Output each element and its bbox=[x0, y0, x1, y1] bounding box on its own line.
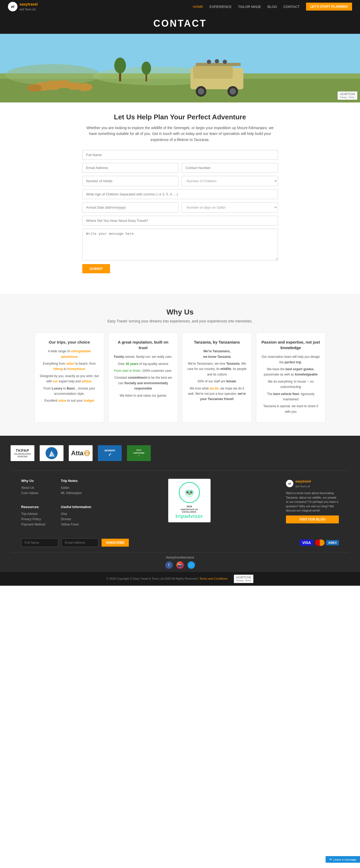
partner-mountain bbox=[40, 445, 63, 461]
why-us-heading: Why Us bbox=[5, 308, 355, 316]
visa-logo: VISA bbox=[300, 539, 314, 546]
page-title: CONTACT bbox=[5, 18, 355, 29]
footer-kilimanjaro[interactable]: Mt. Kilimanjaro bbox=[61, 491, 92, 495]
newsletter-email-input[interactable] bbox=[61, 538, 99, 547]
message-textarea[interactable] bbox=[82, 229, 278, 260]
why-p2: Everything from safari to beach, from hi… bbox=[40, 361, 99, 372]
nav-links: HOME EXPERIENCE TAILOR MADE BLOG CONTACT… bbox=[193, 3, 352, 10]
partner-cert: MEMBER ✓ bbox=[98, 445, 122, 461]
amex-logo: AMEX bbox=[326, 540, 339, 545]
why-card-trips: Our trips, your choice A wide range of u… bbox=[35, 333, 104, 423]
ta-brand: tripadvisor bbox=[172, 514, 206, 519]
children-ages-input[interactable] bbox=[82, 189, 278, 199]
form-row-children-ages bbox=[82, 189, 278, 199]
lets-start-planning-button[interactable]: LET'S START PLANNING bbox=[306, 3, 352, 10]
footer-about-us[interactable]: About Us bbox=[21, 486, 53, 490]
why-card-reputation: A great reputation, built on trust Famil… bbox=[108, 333, 178, 423]
footer-visa[interactable]: Visa bbox=[61, 512, 92, 516]
full-name-input[interactable] bbox=[82, 150, 278, 160]
footer-safari[interactable]: Safari bbox=[61, 486, 92, 490]
why-card-passion: Passion and expertise, not just knowledg… bbox=[256, 333, 326, 423]
why-p1: A wide range of unforgettable adventures bbox=[40, 348, 99, 360]
nav-home[interactable]: HOME bbox=[193, 5, 203, 9]
nav-blog[interactable]: BLOG bbox=[268, 5, 277, 9]
contact-heading: Let Us Help Plan Your Perfect Adventure bbox=[82, 113, 278, 121]
tripadvisor-owl-icon bbox=[183, 486, 196, 499]
svg-rect-12 bbox=[193, 65, 233, 79]
partner-green-cert: ECO CERTIFIED 🌿 bbox=[127, 445, 151, 461]
logo-icon: et bbox=[8, 2, 18, 11]
footer-blurb: Want to know more about fascinating Tanz… bbox=[286, 491, 339, 513]
nav-tailor-made[interactable]: TAILOR MADE bbox=[238, 5, 261, 9]
form-row-adults-children: Number of Children 0 1 2 3 4 bbox=[82, 176, 278, 186]
svg-point-19 bbox=[215, 59, 219, 63]
svg-point-9 bbox=[27, 84, 42, 92]
why-p2-4: Constant commitment to be the best we ca… bbox=[113, 375, 173, 391]
footer-trip-advisor[interactable]: Trip Advisor bbox=[21, 512, 53, 516]
why-p3-1: We're Tanzanians,we know Tanzania bbox=[187, 348, 247, 360]
terms-link[interactable]: Terms and Conditions bbox=[199, 577, 227, 580]
contact-description: Whether you are looking to explore the w… bbox=[82, 125, 278, 143]
svg-point-22 bbox=[114, 58, 126, 73]
footer-core-values[interactable]: Core Values bbox=[21, 491, 53, 495]
email-input[interactable] bbox=[82, 163, 178, 173]
svg-point-24 bbox=[141, 62, 151, 75]
copyright-text: © 2020 Copyright © Easy Travel & Tours L… bbox=[107, 577, 199, 580]
svg-point-35 bbox=[191, 492, 192, 493]
ta-year: 2019 bbox=[172, 505, 206, 508]
hero-svg bbox=[0, 34, 360, 102]
why-p3-2: We're Tanzanians, we love Tanzania. We c… bbox=[187, 361, 247, 377]
visit-blog-button[interactable]: VISIT OUR BLOG bbox=[286, 516, 339, 523]
why-p5: Excellent value to suit your budget bbox=[40, 398, 99, 403]
adults-input[interactable] bbox=[82, 176, 178, 186]
submit-button[interactable]: SUBMIT bbox=[82, 264, 110, 273]
payment-logos: VISA AMEX bbox=[300, 539, 339, 546]
contact-number-input[interactable] bbox=[182, 163, 278, 173]
nav-experience[interactable]: EXPERIENCE bbox=[210, 5, 232, 9]
footer-payment-method[interactable]: Payment Method bbox=[21, 523, 53, 526]
newsletter-name-input[interactable] bbox=[21, 538, 58, 547]
why-p4-2: We have the best expert guides, passiona… bbox=[261, 367, 321, 377]
form-row-fullname bbox=[82, 150, 278, 160]
heard-about-input[interactable] bbox=[82, 216, 278, 225]
social-icons: f 📷 🐦 bbox=[14, 561, 346, 569]
svg-point-16 bbox=[229, 88, 236, 95]
svg-point-36 bbox=[188, 494, 190, 495]
why-card-4-title: Passion and expertise, not just knowledg… bbox=[261, 339, 321, 350]
footer-privacy-policy[interactable]: Privacy Policy bbox=[21, 517, 53, 521]
partner-atta: Atta bbox=[69, 445, 92, 461]
tripadvisor-badge: 2019 CERTIFICATE OFEXCELLENCE tripadviso… bbox=[168, 479, 211, 522]
mastercard-logo bbox=[315, 539, 325, 546]
contact-form-section: Let Us Help Plan Your Perfect Adventure … bbox=[77, 102, 283, 284]
why-p4-1: Our reservation team will help you desig… bbox=[261, 354, 321, 365]
footer-drones[interactable]: Drones bbox=[61, 517, 92, 521]
why-us-section: Why Us Easy Travel: turning your dreams … bbox=[0, 295, 360, 436]
instagram-icon[interactable]: 📷 bbox=[176, 561, 184, 569]
hashtag: #easytraveltanzania bbox=[14, 556, 346, 559]
footer-content: Why Us About Us Core Values Resources Tr… bbox=[10, 471, 350, 536]
arrival-date-input[interactable] bbox=[82, 202, 178, 213]
form-row-message bbox=[82, 229, 278, 260]
why-p3: Designed by you, exactly as you wish, bu… bbox=[40, 373, 99, 384]
children-select[interactable]: Number of Children 0 1 2 3 4 bbox=[182, 176, 278, 186]
nav-contact[interactable]: CONTACT bbox=[283, 5, 300, 9]
footer-yellow-fever[interactable]: Yellow Fever bbox=[61, 523, 92, 526]
why-card-3-title: Tanzania, by Tanzanians bbox=[187, 339, 247, 345]
why-p4-3: We do everything 'in house' – no subcont… bbox=[261, 379, 321, 390]
twitter-icon[interactable]: 🐦 bbox=[188, 561, 195, 569]
form-row-heard bbox=[82, 216, 278, 225]
partner-tkpap: TKPAP KILIMANJARO PORTER bbox=[10, 445, 34, 461]
footer-et-info: et easytravel and Tours Ltd Want to know… bbox=[286, 479, 339, 528]
et-logo-small: et easytravel and Tours Ltd bbox=[286, 479, 339, 488]
hero-image: reCAPTCHAPrivacy - Terms bbox=[0, 34, 360, 102]
why-p2-2: Over 30 years of top-quality service bbox=[113, 361, 173, 367]
logo: et easytravel and Tours Ltd bbox=[8, 2, 38, 11]
safari-days-select[interactable]: Number of days on Safari 1 2 3 7 14 bbox=[182, 202, 278, 213]
recaptcha: reCAPTCHAPrivacy - Terms bbox=[337, 91, 357, 100]
facebook-icon[interactable]: f bbox=[165, 561, 173, 569]
svg-point-34 bbox=[187, 492, 188, 493]
subscribe-button[interactable]: SUBSCRIBE bbox=[102, 539, 129, 547]
hero-scene: reCAPTCHAPrivacy - Terms bbox=[0, 34, 360, 102]
why-card-1-title: Our trips, your choice bbox=[40, 339, 99, 345]
svg-point-20 bbox=[223, 60, 227, 64]
